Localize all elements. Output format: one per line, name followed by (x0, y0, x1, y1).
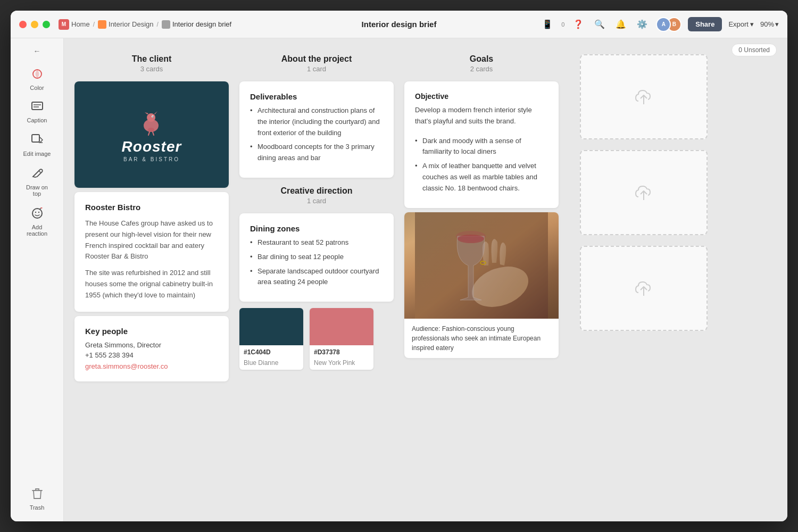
help-icon[interactable]: ❓ (571, 17, 586, 31)
breadcrumb: M Home / Interior Design / Interior desi… (59, 19, 231, 30)
doc-icon (162, 20, 170, 29)
wine-glass-illustration (415, 212, 548, 319)
upload-icon-2 (633, 182, 654, 203)
zoom-button[interactable]: 90% ▾ (760, 20, 779, 28)
upload-card-1[interactable] (580, 54, 708, 139)
sidebar-item-edit-image[interactable]: Edit image (16, 130, 59, 161)
swatch-new-york-pink[interactable]: #D37378 New York Pink (310, 308, 373, 370)
m-icon: M (59, 19, 69, 30)
sidebar-item-reaction[interactable]: Add reaction (16, 203, 59, 241)
deliverables-title: Deliverables (250, 92, 383, 101)
traffic-light-red[interactable] (19, 21, 27, 28)
rooster-logo-inner: Rooster BAR & BISTRO (122, 107, 182, 162)
mobile-icon[interactable]: 📱 (540, 17, 555, 31)
draw-icon (31, 168, 43, 182)
deliverable-item-1: Architectural and construction plans of … (250, 105, 383, 138)
card-photo[interactable]: Audience: Fashion-conscious young profes… (404, 212, 559, 358)
search-icon[interactable]: 🔍 (592, 17, 607, 31)
column-about-project: About the project 1 card Deliverables Ar… (239, 54, 394, 381)
swatch-blue-dianne[interactable]: #1C404D Blue Dianne (239, 308, 303, 370)
sidebar-edit-image-label: Edit image (23, 151, 51, 157)
upload-card-3[interactable] (580, 246, 708, 331)
card-objective[interactable]: Objective Develop a modern french interi… (404, 81, 559, 208)
dining-zones-title: Dining zones (250, 224, 383, 233)
upload-icon-3 (633, 278, 654, 299)
traffic-light-yellow[interactable] (31, 21, 38, 28)
dining-item-3: Separate landscaped outdoor courtyard ar… (250, 266, 383, 288)
color-swatches: #1C404D Blue Dianne #D37378 New York Pin… (239, 308, 394, 370)
color-icon (31, 68, 43, 82)
title-bar: M Home / Interior Design / Interior desi… (11, 11, 787, 38)
svg-rect-4 (32, 135, 39, 142)
key-people-title: Key people (85, 327, 218, 336)
swatch-hex-2: #D37378 (310, 345, 373, 359)
swatch-color-1 (239, 308, 303, 345)
breadcrumb-home-label: Home (71, 20, 90, 28)
svg-point-6 (32, 209, 42, 218)
deliverables-list: Architectural and construction plans of … (250, 105, 383, 164)
objective-bullet-1: Dark and moody with a sense of familiari… (415, 136, 548, 158)
rooster-logo-background: Rooster BAR & BISTRO (74, 81, 229, 188)
column-title-client: The client (74, 54, 229, 64)
svg-line-18 (148, 132, 149, 135)
title-actions: 📱 0 ❓ 🔍 🔔 ⚙️ A B Share Export ▾ 90% ▾ (540, 17, 779, 32)
sidebar-item-color[interactable]: Color (16, 64, 59, 95)
breadcrumb-sep-2: / (157, 21, 159, 28)
column-the-client: The client 3 cards (74, 54, 229, 381)
column-title-creative: Creative direction (239, 186, 394, 196)
objective-bullets: Dark and moody with a sense of familiari… (415, 136, 548, 194)
card-creative-direction[interactable]: Dining zones Restaurant to seat 52 patro… (239, 213, 394, 302)
key-person-email[interactable]: greta.simmons@rooster.co (85, 362, 168, 370)
client-desc-1: The House Cafes group have asked us to p… (85, 218, 218, 262)
objective-title: Objective (415, 92, 548, 101)
breadcrumb-interior-design[interactable]: Interior Design (98, 20, 154, 29)
svg-point-7 (35, 212, 36, 213)
canvas[interactable]: 0 Unsorted The client 3 cards (64, 38, 787, 521)
sidebar-item-trash[interactable]: Trash (16, 484, 59, 515)
sidebar-item-caption[interactable]: Caption (16, 97, 59, 128)
main-layout: ← Color Caption (11, 38, 787, 521)
svg-rect-25 (415, 212, 548, 319)
swatch-hex-1: #1C404D (239, 345, 303, 359)
upload-card-2[interactable] (580, 150, 708, 235)
card-key-people[interactable]: Key people Greta Simmons, Director +1 55… (74, 316, 229, 381)
traffic-lights (19, 21, 50, 28)
breadcrumb-brief[interactable]: Interior design brief (162, 20, 231, 29)
column-header-project: About the project 1 card (239, 54, 394, 73)
unsorted-badge: 0 Unsorted (732, 44, 777, 56)
reaction-icon (31, 207, 43, 222)
id-icon (98, 20, 106, 29)
swatch-name-2: New York Pink (310, 359, 373, 370)
rooster-brand-sub: BAR & BISTRO (122, 156, 182, 162)
breadcrumb-id-label: Interior Design (109, 20, 154, 28)
column-count-project: 1 card (239, 65, 394, 73)
export-button[interactable]: Export ▾ (728, 20, 754, 28)
traffic-light-green[interactable] (43, 21, 50, 28)
sidebar-back-button[interactable]: ← (29, 45, 45, 57)
column-title-goals: Goals (404, 54, 559, 64)
card-client-description[interactable]: Rooster Bistro The House Cafes group hav… (74, 192, 229, 312)
swatch-color-2 (310, 308, 373, 345)
settings-icon[interactable]: ⚙️ (635, 17, 650, 31)
card-deliverables[interactable]: Deliverables Architectural and construct… (239, 81, 394, 178)
sidebar-item-draw[interactable]: Draw on top (16, 163, 59, 201)
column-title-project: About the project (239, 54, 394, 64)
photo-caption: Audience: Fashion-conscious young profes… (404, 319, 559, 358)
app-window: M Home / Interior Design / Interior desi… (11, 11, 787, 521)
column-goals: Goals 2 cards Objective Develop a modern… (404, 54, 559, 381)
sidebar-draw-label: Draw on top (22, 184, 52, 197)
svg-point-8 (38, 212, 39, 213)
svg-line-19 (153, 132, 154, 135)
share-button[interactable]: Share (688, 17, 722, 31)
svg-marker-14 (154, 111, 157, 114)
svg-point-12 (147, 113, 155, 122)
card-rooster-logo[interactable]: Rooster BAR & BISTRO (74, 81, 229, 188)
notifications-icon[interactable]: 🔔 (613, 17, 628, 31)
breadcrumb-brief-label: Interior design brief (172, 20, 231, 28)
sidebar-color-label: Color (30, 85, 44, 91)
client-name: Rooster Bistro (85, 203, 218, 212)
trash-icon (32, 488, 43, 502)
client-desc-2: The site was refurbished in 2012 and sti… (85, 268, 218, 301)
breadcrumb-home[interactable]: M Home (59, 19, 90, 30)
cards-layout: The client 3 cards (74, 54, 777, 381)
